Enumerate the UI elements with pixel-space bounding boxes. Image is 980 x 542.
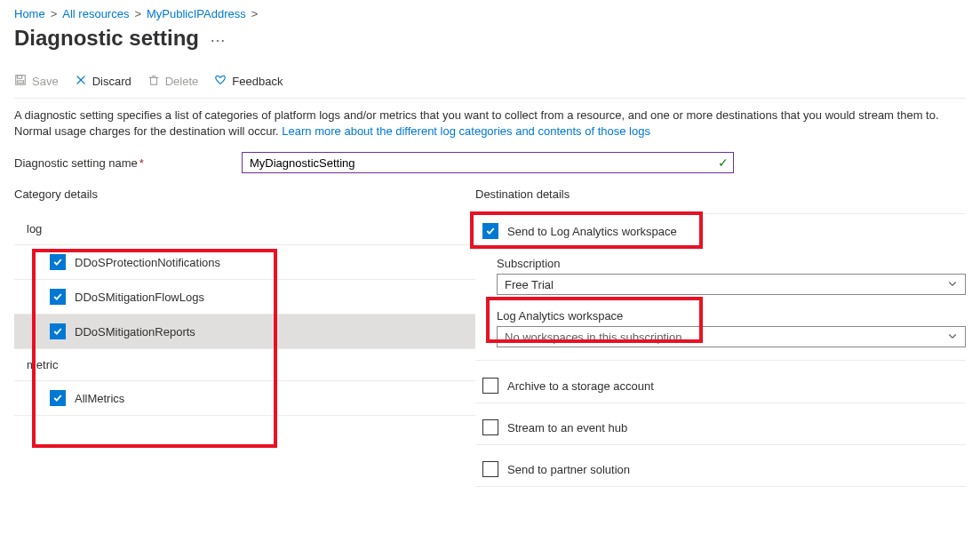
chevron-right-icon: >: [134, 7, 141, 20]
setting-name-input[interactable]: [242, 152, 734, 173]
dest-storage-label: Archive to a storage account: [507, 379, 654, 393]
breadcrumb-home[interactable]: Home: [14, 7, 45, 20]
save-label: Save: [32, 75, 59, 88]
log-category-label: DDoSMitigationFlowLogs: [75, 291, 204, 304]
chevron-down-icon: [947, 278, 958, 291]
discard-button[interactable]: Discard: [75, 74, 131, 89]
checkbox-unchecked-icon[interactable]: [482, 419, 498, 435]
delete-button[interactable]: Delete: [147, 74, 199, 89]
metric-group-label: metric: [14, 349, 475, 381]
checkbox-checked-icon[interactable]: [50, 390, 66, 406]
setting-name-label: Diagnostic setting name*: [14, 156, 242, 170]
metric-category-row[interactable]: AllMetrics: [14, 381, 475, 416]
log-category-label: DDoSProtectionNotifications: [75, 256, 220, 269]
destination-details-heading: Destination details: [475, 187, 966, 201]
checkbox-checked-icon[interactable]: [50, 254, 66, 270]
log-group-label: log: [14, 213, 475, 244]
chevron-right-icon: >: [51, 7, 58, 20]
workspace-label: Log Analytics workspace: [497, 309, 966, 323]
breadcrumb-all-resources[interactable]: All resources: [62, 7, 129, 20]
svg-rect-2: [18, 81, 24, 84]
dest-partner-label: Send to partner solution: [507, 463, 630, 476]
learn-more-link[interactable]: Learn more about the different log categ…: [282, 124, 650, 138]
subscription-value: Free Trial: [505, 278, 554, 291]
dest-eventhub-label: Stream to an event hub: [507, 421, 627, 434]
feedback-button[interactable]: Feedback: [214, 74, 283, 89]
checkbox-unchecked-icon[interactable]: [482, 461, 498, 477]
checkbox-checked-icon[interactable]: [482, 223, 498, 239]
close-icon: [75, 74, 87, 89]
svg-rect-5: [150, 77, 156, 84]
dest-log-analytics-row[interactable]: Send to Log Analytics workspace: [475, 213, 966, 248]
log-category-row[interactable]: DDoSMitigationFlowLogs: [14, 280, 475, 315]
workspace-select[interactable]: No workspaces in this subscription.: [497, 326, 966, 347]
save-button[interactable]: Save: [14, 74, 59, 89]
dest-partner-row[interactable]: Send to partner solution: [475, 452, 966, 487]
dest-storage-row[interactable]: Archive to a storage account: [475, 368, 966, 403]
trash-icon: [147, 74, 160, 89]
delete-label: Delete: [165, 75, 199, 88]
svg-rect-1: [18, 76, 22, 79]
check-icon: ✓: [718, 155, 729, 170]
log-category-row[interactable]: DDoSProtectionNotifications: [14, 245, 475, 280]
breadcrumbs: Home > All resources > MyPublicIPAddress…: [14, 7, 966, 20]
log-category-label: DDoSMitigationReports: [75, 325, 195, 339]
dest-eventhub-row[interactable]: Stream to an event hub: [475, 410, 966, 445]
metric-category-label: AllMetrics: [75, 392, 124, 405]
chevron-down-icon: [947, 331, 958, 344]
page-title: Diagnostic setting: [14, 26, 199, 51]
chevron-right-icon: >: [251, 7, 259, 20]
category-details-heading: Category details: [14, 187, 475, 201]
heart-icon: [214, 74, 227, 89]
feedback-label: Feedback: [232, 75, 283, 88]
description-text: A diagnostic setting specifies a list of…: [14, 108, 966, 139]
checkbox-checked-icon[interactable]: [50, 289, 66, 305]
checkbox-unchecked-icon[interactable]: [482, 378, 498, 394]
discard-label: Discard: [92, 75, 131, 88]
log-category-row[interactable]: DDoSMitigationReports: [14, 315, 475, 349]
checkbox-checked-icon[interactable]: [50, 323, 66, 339]
save-icon: [14, 74, 27, 89]
workspace-value: No workspaces in this subscription.: [505, 331, 685, 344]
dest-log-analytics-label: Send to Log Analytics workspace: [507, 225, 677, 238]
breadcrumb-resource[interactable]: MyPublicIPAddress: [147, 7, 246, 20]
subscription-label: Subscription: [497, 257, 966, 270]
subscription-select[interactable]: Free Trial: [497, 274, 966, 295]
more-menu-icon[interactable]: …: [210, 28, 226, 50]
toolbar: Save Discard Delete Feedback: [14, 74, 966, 98]
